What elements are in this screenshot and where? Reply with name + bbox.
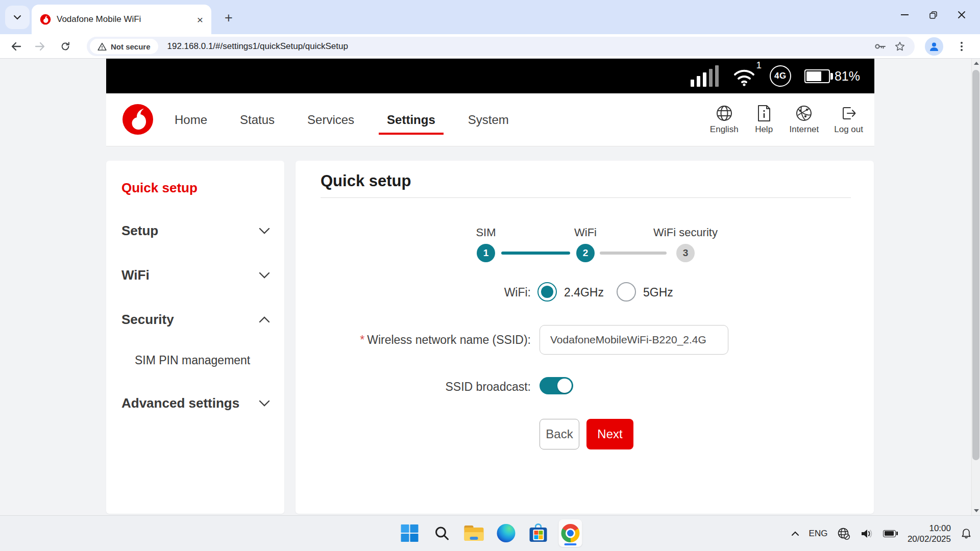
back-button[interactable] (7, 37, 26, 56)
globe-icon (716, 105, 733, 122)
edge-button[interactable] (495, 519, 518, 547)
step-circle-2[interactable]: 2 (576, 244, 595, 262)
window-controls (890, 0, 976, 30)
taskbar-clock[interactable]: 10:00 20/02/2025 (908, 523, 951, 544)
step-label-wifi-security: WiFi security (653, 226, 718, 239)
nav-item-system[interactable]: System (468, 93, 509, 146)
tray-overflow-button[interactable] (791, 531, 799, 536)
sidebar-item-label: SIM PIN management (135, 354, 250, 367)
password-key-button[interactable] (873, 39, 888, 54)
sidebar-item-label: Quick setup (121, 180, 198, 196)
back-step-button[interactable]: Back (540, 419, 579, 449)
microsoft-store-icon (529, 523, 548, 543)
nav-item-services[interactable]: Services (307, 93, 354, 146)
scroll-up-arrow[interactable] (974, 62, 979, 65)
window-restore-button[interactable] (919, 0, 947, 30)
browser-profile-avatar[interactable] (925, 37, 943, 56)
scroll-down-arrow[interactable] (974, 509, 979, 512)
url-text: 192.168.0.1/#/settings1/quickSetup/quick… (167, 41, 869, 52)
site-security-chip[interactable]: Not secure (90, 39, 158, 54)
nav-item-status[interactable]: Status (240, 93, 275, 146)
key-icon (874, 40, 887, 53)
nav-label: Settings (387, 113, 435, 127)
wifi-arcs-icon (732, 66, 756, 86)
sidebar-item-quick-setup[interactable]: Quick setup (121, 180, 270, 196)
file-explorer-button[interactable] (462, 519, 486, 547)
sidebar-item-setup[interactable]: Setup (121, 223, 270, 239)
radio-2-4ghz-label[interactable]: 2.4GHz (564, 286, 604, 299)
reload-icon (60, 41, 71, 52)
browser-toolbar: Not secure 192.168.0.1/#/settings1/quick… (0, 34, 980, 59)
sidebar-item-advanced-settings[interactable]: Advanced settings (121, 395, 270, 411)
step-circle-1[interactable]: 1 (477, 244, 495, 262)
internet-button[interactable]: Internet (790, 105, 819, 135)
window-minimize-button[interactable] (890, 0, 919, 30)
windows-start-icon (401, 524, 419, 542)
utility-label: English (710, 124, 739, 135)
sidebar-item-label: Setup (121, 223, 158, 239)
sidebar-item-label: WiFi (121, 267, 150, 283)
taskbar-center-icons (398, 519, 582, 547)
window-close-button[interactable] (947, 0, 976, 30)
sidebar-item-security[interactable]: Security (121, 312, 270, 328)
no-internet-globe-icon (837, 527, 850, 540)
address-bar[interactable]: Not secure 192.168.0.1/#/settings1/quick… (87, 37, 915, 56)
ssid-input[interactable] (540, 325, 728, 355)
screen: Vodafone Mobile WiFi × + Not sec (0, 0, 980, 551)
nav-label: Status (240, 113, 275, 127)
new-tab-button[interactable]: + (219, 9, 238, 27)
sidebar-item-sim-pin-management[interactable]: SIM PIN management (135, 354, 250, 367)
microsoft-store-button[interactable] (527, 519, 550, 547)
battery-body (804, 69, 830, 83)
nav-label: System (468, 113, 509, 127)
tab-search-button[interactable] (5, 6, 30, 29)
menu-dot (961, 45, 963, 47)
signal-bar (691, 80, 694, 87)
store-bag (530, 528, 547, 542)
person-icon (928, 40, 940, 53)
step-connector-done (501, 252, 570, 255)
network-tray-button[interactable] (837, 527, 850, 540)
language-button[interactable]: English (710, 105, 739, 135)
logout-icon (840, 105, 857, 122)
vodafone-logo[interactable] (121, 103, 154, 136)
search-button[interactable] (430, 519, 454, 547)
radio-5ghz[interactable] (617, 282, 636, 302)
browser-tab-strip: Vodafone Mobile WiFi × + (0, 0, 980, 34)
restore-icon (929, 11, 937, 19)
reload-button[interactable] (56, 37, 75, 56)
forward-button[interactable] (31, 37, 49, 56)
step-connector-upcoming (600, 252, 667, 255)
clock-time: 10:00 (908, 523, 951, 534)
logout-button[interactable]: Log out (834, 105, 863, 135)
tab-close-icon[interactable]: × (197, 14, 203, 25)
language-indicator[interactable]: ENG (809, 529, 828, 539)
start-square (410, 534, 419, 542)
start-button[interactable] (398, 519, 422, 547)
page-scrollbar (971, 59, 980, 515)
wifi-client-count: 1 (756, 60, 762, 71)
nav-item-home[interactable]: Home (175, 93, 207, 146)
radio-5ghz-label[interactable]: 5GHz (643, 286, 673, 299)
file-explorer-icon (464, 525, 484, 541)
next-step-button[interactable]: Next (586, 419, 633, 449)
browser-menu-button[interactable] (953, 38, 970, 55)
sidebar-item-wifi[interactable]: WiFi (121, 267, 270, 283)
signal-bar (709, 69, 713, 87)
ms-square (538, 531, 543, 535)
clock-date: 20/02/2025 (908, 534, 951, 544)
bell-icon (961, 528, 972, 540)
ssid-broadcast-toggle[interactable] (540, 377, 573, 394)
help-button[interactable]: Help (754, 105, 774, 135)
radio-2-4ghz[interactable] (537, 282, 557, 302)
volume-tray-button[interactable] (860, 528, 873, 539)
nav-item-settings[interactable]: Settings (387, 93, 435, 146)
system-tray: ENG (791, 516, 972, 551)
scrollbar-thumb[interactable] (972, 70, 979, 460)
notifications-button[interactable] (961, 528, 972, 540)
bookmark-star-button[interactable] (892, 39, 908, 54)
chrome-button[interactable] (559, 519, 582, 547)
step-circle-3[interactable]: 3 (676, 244, 695, 262)
battery-tray-button[interactable] (883, 530, 898, 537)
browser-tab[interactable]: Vodafone Mobile WiFi × (32, 5, 211, 34)
